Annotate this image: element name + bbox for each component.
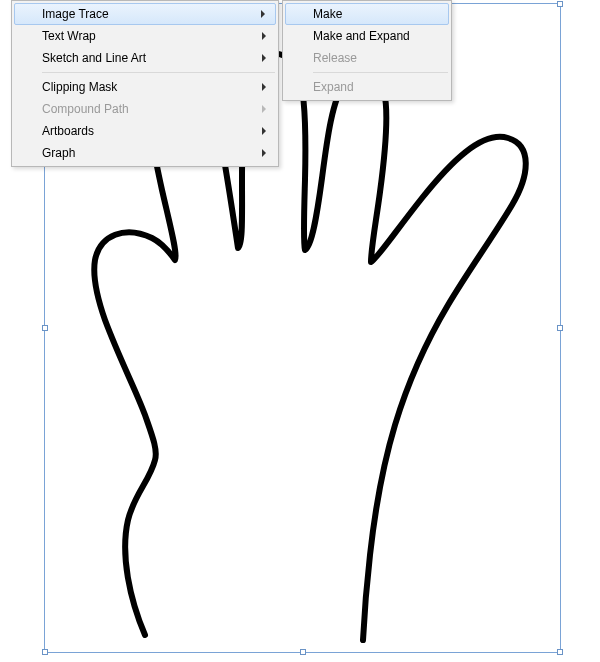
selection-handle-ml[interactable] [42, 325, 48, 331]
canvas[interactable]: Image TraceText WrapSketch and Line ArtC… [0, 0, 600, 662]
submenu-arrow-icon [262, 83, 266, 91]
submenu-item-make[interactable]: Make [285, 3, 449, 25]
submenu-arrow-icon [262, 32, 266, 40]
menu-item-label: Release [313, 51, 357, 65]
context-menu-item-clipping-mask[interactable]: Clipping Mask [14, 76, 276, 98]
submenu-item-make-and-expand[interactable]: Make and Expand [285, 25, 449, 47]
submenu-arrow-icon [262, 54, 266, 62]
context-menu[interactable]: Image TraceText WrapSketch and Line ArtC… [11, 0, 279, 167]
menu-item-label: Graph [42, 146, 75, 160]
menu-item-label: Compound Path [42, 102, 129, 116]
submenu-arrow-icon [262, 105, 266, 113]
context-menu-item-graph[interactable]: Graph [14, 142, 276, 164]
submenu-arrow-icon [262, 127, 266, 135]
menu-item-label: Image Trace [42, 7, 109, 21]
context-menu-item-compound-path: Compound Path [14, 98, 276, 120]
submenu-image-trace[interactable]: MakeMake and ExpandReleaseExpand [282, 0, 452, 101]
selection-handle-bl[interactable] [42, 649, 48, 655]
menu-item-label: Text Wrap [42, 29, 96, 43]
menu-item-label: Sketch and Line Art [42, 51, 146, 65]
context-menu-item-artboards[interactable]: Artboards [14, 120, 276, 142]
context-menu-item-sketch-and-line-art[interactable]: Sketch and Line Art [14, 47, 276, 69]
menu-item-label: Clipping Mask [42, 80, 117, 94]
menu-item-label: Make and Expand [313, 29, 410, 43]
submenu-arrow-icon [261, 10, 265, 18]
context-menu-item-image-trace[interactable]: Image Trace [14, 3, 276, 25]
submenu-separator [313, 72, 448, 73]
selection-handle-tr[interactable] [557, 1, 563, 7]
context-menu-separator [42, 72, 275, 73]
menu-item-label: Artboards [42, 124, 94, 138]
context-menu-item-text-wrap[interactable]: Text Wrap [14, 25, 276, 47]
submenu-item-release: Release [285, 47, 449, 69]
menu-item-label: Make [313, 7, 342, 21]
menu-item-label: Expand [313, 80, 354, 94]
submenu-item-expand: Expand [285, 76, 449, 98]
submenu-arrow-icon [262, 149, 266, 157]
